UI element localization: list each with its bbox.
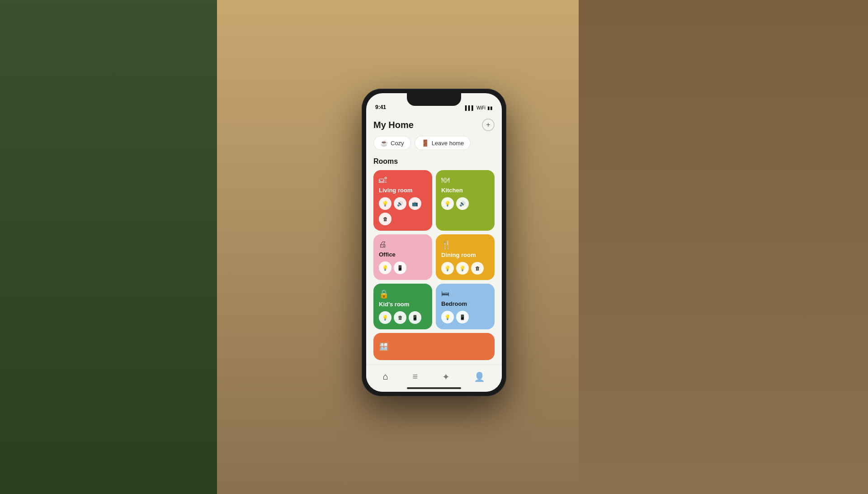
status-time: 9:41 xyxy=(375,104,386,110)
add-button[interactable]: + xyxy=(482,119,495,131)
kids-room-name: Kid's room xyxy=(379,301,427,308)
status-icons: ▌▌▌ WiFi ▮▮ xyxy=(465,105,493,110)
room-card-kids-room[interactable]: 🔒 Kid's room 💡 🗑 📱 xyxy=(373,284,432,329)
device-phone-kr1[interactable]: 📱 xyxy=(409,311,421,324)
device-speaker-1[interactable]: 🔊 xyxy=(394,197,406,210)
phone-notch xyxy=(407,93,461,106)
app-title: My Home xyxy=(373,120,414,130)
kitchen-icon: 🍽 xyxy=(441,176,489,185)
cozy-button[interactable]: ☕ Cozy xyxy=(373,136,411,150)
signal-icon: ▌▌▌ xyxy=(465,105,475,110)
kids-room-icon: 🔒 xyxy=(379,289,427,299)
room-card-living-room[interactable]: 🛋 Living room 💡 🔊 📺 🗑 xyxy=(373,170,432,231)
nav-home[interactable]: ⌂ xyxy=(383,371,388,382)
office-devices: 💡 📱 xyxy=(379,261,427,274)
quick-actions: ☕ Cozy 🚪 Leave home xyxy=(373,136,495,150)
living-room-name: Living room xyxy=(379,187,427,194)
phone: 9:41 ▌▌▌ WiFi ▮▮ My Home + ☕ xyxy=(362,89,506,396)
room-card-kitchen[interactable]: 🍽 Kitchen 💡 🔊 xyxy=(436,170,495,231)
home-indicator xyxy=(407,387,461,389)
device-trash-d1[interactable]: 🗑 xyxy=(471,262,484,275)
device-trash-kr1[interactable]: 🗑 xyxy=(394,311,406,324)
partial-room-icon: 🪟 xyxy=(379,342,389,352)
kitchen-name: Kitchen xyxy=(441,187,489,194)
bedroom-icon: 🛏 xyxy=(441,289,489,299)
device-bulb-d1[interactable]: 💡 xyxy=(441,262,454,275)
cozy-icon: ☕ xyxy=(380,139,388,147)
app-header: My Home + xyxy=(373,113,495,136)
device-tv-1[interactable]: 📺 xyxy=(409,197,421,210)
living-room-devices: 💡 🔊 📺 xyxy=(379,197,427,210)
device-bulb-d2[interactable]: 💡 xyxy=(456,262,469,275)
nav-list[interactable]: ≡ xyxy=(412,371,418,382)
device-speaker-k1[interactable]: 🔊 xyxy=(456,197,469,210)
device-phone-o1[interactable]: 📱 xyxy=(394,261,406,274)
nav-profile[interactable]: 👤 xyxy=(474,371,485,382)
bedroom-devices: 💡 📱 xyxy=(441,311,489,323)
phone-screen: 9:41 ▌▌▌ WiFi ▮▮ My Home + ☕ xyxy=(366,93,502,392)
wifi-icon: WiFi xyxy=(476,105,486,110)
cozy-label: Cozy xyxy=(391,140,404,147)
room-card-office[interactable]: 🖨 Office 💡 📱 xyxy=(373,234,432,280)
bedroom-name: Bedroom xyxy=(441,300,489,307)
leave-home-icon: 🚪 xyxy=(421,139,429,147)
scene: 9:41 ▌▌▌ WiFi ▮▮ My Home + ☕ xyxy=(0,0,868,494)
room-card-partial[interactable]: 🪟 xyxy=(373,333,495,360)
device-phone-b1[interactable]: 📱 xyxy=(456,311,469,323)
battery-icon: ▮▮ xyxy=(487,105,493,110)
device-bulb-kr1[interactable]: 💡 xyxy=(379,311,392,324)
dining-room-devices: 💡 💡 🗑 xyxy=(441,262,489,275)
device-trash-1[interactable]: 🗑 xyxy=(379,213,392,225)
office-name: Office xyxy=(379,251,427,258)
kitchen-devices: 💡 🔊 xyxy=(441,197,489,210)
dining-room-name: Dining room xyxy=(441,252,489,258)
device-bulb-b1[interactable]: 💡 xyxy=(441,311,454,323)
room-card-dining-room[interactable]: 🍴 Dining room 💡 💡 🗑 xyxy=(436,234,495,280)
leave-home-button[interactable]: 🚪 Leave home xyxy=(415,136,471,150)
device-bulb-1[interactable]: 💡 xyxy=(379,197,392,210)
rooms-grid: 🛋 Living room 💡 🔊 📺 🗑 🍽 xyxy=(373,170,495,360)
kids-room-devices: 💡 🗑 📱 xyxy=(379,311,427,324)
device-bulb-o1[interactable]: 💡 xyxy=(379,261,392,274)
leave-home-label: Leave home xyxy=(432,140,464,147)
dining-room-icon: 🍴 xyxy=(441,240,489,250)
device-bulb-k1[interactable]: 💡 xyxy=(441,197,454,210)
living-room-icon: 🛋 xyxy=(379,176,427,185)
nav-sparkle[interactable]: ✦ xyxy=(442,371,450,382)
room-card-bedroom[interactable]: 🛏 Bedroom 💡 📱 xyxy=(436,284,495,329)
app-content: My Home + ☕ Cozy 🚪 Leave home Rooms xyxy=(366,113,502,392)
office-icon: 🖨 xyxy=(379,240,427,249)
rooms-section-title: Rooms xyxy=(373,157,495,166)
